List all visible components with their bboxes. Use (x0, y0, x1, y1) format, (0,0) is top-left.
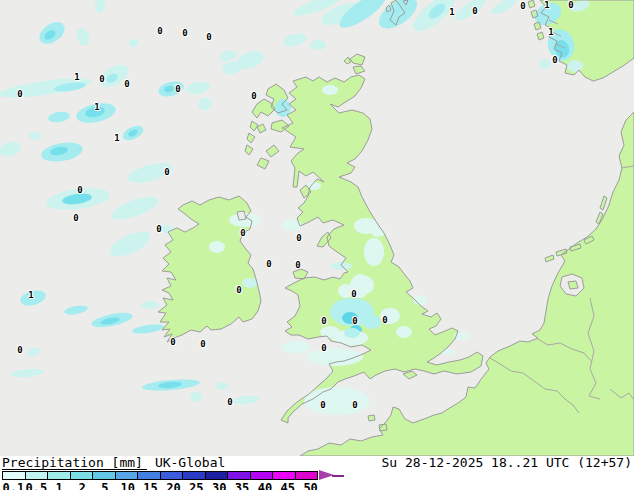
legend-model-name: UK-Global (155, 456, 225, 469)
scale-cell-50 (296, 472, 318, 479)
scale-cell-30 (206, 472, 229, 479)
color-scale-arrow-tail (332, 475, 344, 477)
forecast-datetime: Su 28-12-2025 18..21 UTC (12+57) (382, 456, 632, 469)
precip-value: 1 (114, 134, 119, 143)
precip-value: 0 (200, 340, 205, 349)
precip-value: 1 (74, 73, 79, 82)
precip-value: 0 (251, 92, 256, 101)
precip-value: 0 (156, 225, 161, 234)
precip-value: 0 (520, 2, 525, 11)
scale-label-1: 1 (48, 482, 71, 490)
scale-cell-1 (48, 472, 71, 479)
precip-value: 0 (352, 317, 357, 326)
precip-value: 0 (17, 90, 22, 99)
scale-label-35: 35 (231, 482, 254, 490)
precip-value: 1 (28, 291, 33, 300)
precipitation-map: 000100101010000011000000000100000000000 (0, 0, 634, 456)
legend-unit: [mm] (112, 455, 143, 470)
map-canvas (0, 0, 634, 456)
scale-label-2: 2 (71, 482, 94, 490)
scale-cell-25 (183, 472, 206, 479)
precip-value: 0 (382, 316, 387, 325)
precip-value: 0 (227, 398, 232, 407)
precip-value: 0 (182, 29, 187, 38)
scale-cell-20 (161, 472, 184, 479)
precip-value: 0 (236, 286, 241, 295)
precip-value: 0 (164, 168, 169, 177)
precip-value: 0 (472, 7, 477, 16)
precip-value: 0 (321, 317, 326, 326)
legend-title: Precipitation [mm] (2, 456, 147, 470)
precip-value: 0 (77, 186, 82, 195)
precip-value: 1 (548, 28, 553, 37)
precip-value: 0 (568, 1, 573, 10)
scale-label-45: 45 (276, 482, 299, 490)
scale-cell-45 (273, 472, 296, 479)
legend-title-text: Precipitation (2, 455, 104, 470)
scale-label-30: 30 (208, 482, 231, 490)
precip-value: 0 (266, 260, 271, 269)
precip-value: 0 (351, 290, 356, 299)
scale-label-50: 50 (299, 482, 322, 490)
precip-value: 0 (157, 27, 162, 36)
scale-cell-15 (138, 472, 161, 479)
precip-value: 0 (320, 401, 325, 410)
legend-bar: Precipitation [mm]UK-Global Su 28-12-202… (0, 456, 634, 490)
color-scale-bar (2, 471, 318, 480)
precip-value: 1 (449, 8, 454, 17)
precip-value: 1 (94, 103, 99, 112)
precip-value: 1 (544, 1, 549, 10)
precip-value: 0 (73, 214, 78, 223)
scale-cell-10 (116, 472, 139, 479)
scale-label-15: 15 (139, 482, 162, 490)
scale-label-25: 25 (185, 482, 208, 490)
scale-cell-0.1 (3, 472, 26, 479)
scale-cell-2 (71, 472, 94, 479)
scale-label-10: 10 (116, 482, 139, 490)
scale-label-5: 5 (93, 482, 116, 490)
precip-value: 0 (321, 344, 326, 353)
color-scale-labels: 0.10.5125101520253035404550 (2, 482, 322, 490)
precip-value: 0 (352, 401, 357, 410)
precip-value: 0 (175, 85, 180, 94)
precip-value: 0 (206, 33, 211, 42)
precip-value: 0 (99, 75, 104, 84)
precip-value: 0 (170, 338, 175, 347)
weather-map-screenshot: 000100101010000011000000000100000000000 … (0, 0, 634, 490)
scale-label-0.5: 0.5 (25, 482, 48, 490)
scale-label-0.1: 0.1 (2, 482, 25, 490)
scale-label-40: 40 (253, 482, 276, 490)
scale-label-20: 20 (162, 482, 185, 490)
scale-cell-0.5 (26, 472, 49, 479)
scale-cell-35 (228, 472, 251, 479)
precip-value: 0 (240, 229, 245, 238)
scale-cell-5 (93, 472, 116, 479)
precip-value: 0 (295, 261, 300, 270)
lough-neagh (237, 211, 246, 220)
precip-value: 0 (296, 234, 301, 243)
precip-value: 0 (124, 80, 129, 89)
precip-value: 0 (552, 56, 557, 65)
precip-value: 0 (17, 346, 22, 355)
scale-cell-40 (251, 472, 274, 479)
